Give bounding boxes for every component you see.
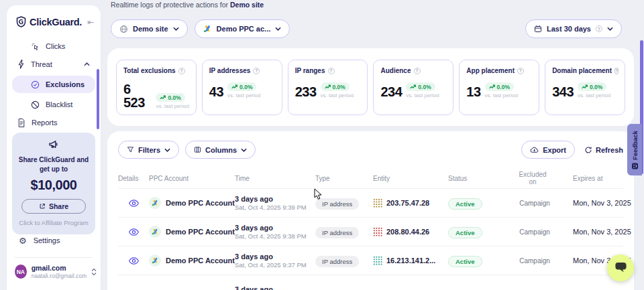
filters-button[interactable]: Filters xyxy=(118,141,179,159)
status-badge: Active xyxy=(448,198,482,210)
column-header[interactable]: Status xyxy=(448,175,515,182)
chevron-down-icon xyxy=(607,27,613,31)
app-logo-text: ClickGuard. xyxy=(30,17,84,27)
help-icon[interactable]: ? xyxy=(253,68,260,74)
sidebar-item-threat[interactable]: Threat xyxy=(12,56,95,72)
column-header[interactable]: Excluded on xyxy=(515,171,554,186)
feedback-tab[interactable]: Feedback xyxy=(627,124,642,175)
sidebar-item-exclusions[interactable]: Exclusions xyxy=(12,76,95,93)
column-header[interactable]: Expires at xyxy=(554,175,623,182)
excluded-on-value: Campaign xyxy=(515,228,554,236)
trend-up-icon xyxy=(160,95,166,100)
table-row[interactable]: Demo PPC Account 3 days agoSat, Oct 4, 2… xyxy=(118,217,623,246)
help-icon[interactable]: ? xyxy=(414,68,421,74)
cloud-download-icon xyxy=(530,146,539,153)
promo-amount: $10,000 xyxy=(17,177,90,193)
details-eye-button[interactable] xyxy=(127,256,140,266)
subtitle-site-name: Demo site xyxy=(230,1,264,9)
stat-delta-badge: 0.0% xyxy=(406,82,435,91)
time-cell: 3 days agoSat, Oct 4, 2025 9:38 PM xyxy=(235,224,315,240)
chevron-down-icon xyxy=(241,148,247,152)
affiliate-promo-card[interactable]: Share ClickGuard and get up to $10,000 S… xyxy=(12,133,95,234)
ppc-account-name: Demo PPC Account xyxy=(166,199,235,207)
feedback-label: Feedback xyxy=(631,131,639,160)
prohibited-icon xyxy=(31,100,40,109)
sidebar-collapse-icon[interactable]: ⇤ xyxy=(87,17,94,27)
refresh-button[interactable]: Refresh xyxy=(584,146,623,154)
column-header[interactable]: Details xyxy=(118,175,149,182)
column-header[interactable]: Entity xyxy=(373,175,448,182)
google-ads-icon xyxy=(149,226,161,238)
sidebar-item-blacklist[interactable]: Blacklist xyxy=(12,96,95,113)
stat-value: 43 xyxy=(209,85,223,98)
clickguard-shield-logo-icon xyxy=(16,16,26,27)
check-circle-icon xyxy=(31,80,40,89)
export-button[interactable]: Export xyxy=(521,141,575,159)
filter-funnel-icon xyxy=(127,146,134,153)
account-switcher[interactable]: NA gmail.com naatali.ro@gmail.com xyxy=(15,264,97,279)
stat-card: Audience? 234 0.0% vs. last period xyxy=(373,60,453,115)
help-icon[interactable]: ? xyxy=(328,68,335,74)
table-row[interactable]: Demo PPC Account 3 days agoSat, Oct 4, 2… xyxy=(118,246,623,275)
columns-button[interactable]: Columns xyxy=(185,141,256,159)
account-email: naatali.ro@gmail.com xyxy=(32,273,87,279)
google-ads-icon xyxy=(149,197,161,209)
table-row[interactable]: 3 days ago xyxy=(118,275,623,290)
lightning-icon xyxy=(17,60,25,69)
share-button[interactable]: Share xyxy=(21,199,86,214)
entity-flag-icon xyxy=(373,227,382,236)
stat-delta-badge: 0.0% xyxy=(578,82,606,91)
sidebar-item-settings[interactable]: ⚙ Settings xyxy=(12,233,66,248)
chevron-down-icon xyxy=(275,27,281,31)
column-header[interactable]: Time xyxy=(235,175,315,182)
stat-card: App placement? 13 0.0% vs. last period xyxy=(459,60,539,115)
document-icon xyxy=(17,119,25,127)
stat-card: Total exclusions? 6 523 0.0% vs. last pe… xyxy=(116,60,197,115)
google-ads-icon xyxy=(203,25,212,33)
promo-text: Share ClickGuard and get up to xyxy=(17,155,90,173)
type-badge: IP address xyxy=(315,256,359,267)
stat-value: 233 xyxy=(295,85,317,98)
details-eye-button[interactable] xyxy=(127,198,140,208)
help-icon[interactable]: ? xyxy=(614,68,619,74)
details-eye-button[interactable] xyxy=(127,227,140,237)
stat-delta-badge: 0.0% xyxy=(321,82,350,91)
sidebar-item-reports[interactable]: Reports xyxy=(12,115,95,131)
table-row[interactable]: Demo PPC Account 3 days agoSat, Oct 4, 2… xyxy=(118,188,623,217)
stat-card: IP addresses? 43 0.0% vs. last period xyxy=(202,60,282,115)
sidebar: ClickGuard. ⇤ Clicks Threat Exclusions B… xyxy=(7,5,101,290)
stat-value: 343 xyxy=(552,85,574,98)
type-badge: IP address xyxy=(315,227,359,238)
trend-up-icon xyxy=(582,84,588,89)
ppc-account-name: Demo PPC Account xyxy=(166,228,235,236)
exclusions-table-card: Filters Columns Export Refresh xyxy=(107,131,634,290)
chevron-down-icon xyxy=(173,27,179,31)
sidebar-scrollbar[interactable] xyxy=(97,69,99,129)
column-header[interactable]: Type xyxy=(315,175,373,182)
help-icon[interactable]: ? xyxy=(178,68,185,74)
divider xyxy=(15,257,93,258)
date-range-dropdown[interactable]: Last 30 days ? xyxy=(525,19,622,38)
avatar: NA xyxy=(15,265,27,279)
column-header[interactable]: PPC Account xyxy=(149,175,235,182)
smiley-icon xyxy=(632,163,638,169)
sidebar-item-clicks[interactable]: Clicks xyxy=(12,38,95,54)
chevron-up-icon[interactable] xyxy=(84,62,90,66)
help-icon[interactable]: ? xyxy=(517,68,524,74)
calendar-icon xyxy=(534,25,542,33)
stat-delta-badge: 0.0% xyxy=(227,82,256,91)
chat-widget-button[interactable] xyxy=(607,255,634,281)
stat-card: IP ranges? 233 0.0% vs. last period xyxy=(288,60,368,115)
account-name: gmail.com xyxy=(32,264,87,272)
stat-compare-label: vs. last period xyxy=(406,92,439,98)
stat-delta-badge: 0.0% xyxy=(156,93,184,102)
trend-up-icon xyxy=(489,84,495,89)
globe-icon xyxy=(119,25,128,33)
time-cell: 3 days agoSat, Oct 4, 2025 9:37 PM xyxy=(235,252,315,269)
site-selector-dropdown[interactable]: Demo site xyxy=(111,19,188,38)
sidebar-nav: Clicks Threat Exclusions Blacklist Repor… xyxy=(7,35,101,135)
time-cell: 3 days ago xyxy=(235,285,315,290)
entity-flag-icon xyxy=(373,256,382,265)
ppc-account-selector-dropdown[interactable]: Demo PPC ac... xyxy=(195,19,290,38)
ppc-account-name: Demo PPC Account xyxy=(166,257,235,265)
